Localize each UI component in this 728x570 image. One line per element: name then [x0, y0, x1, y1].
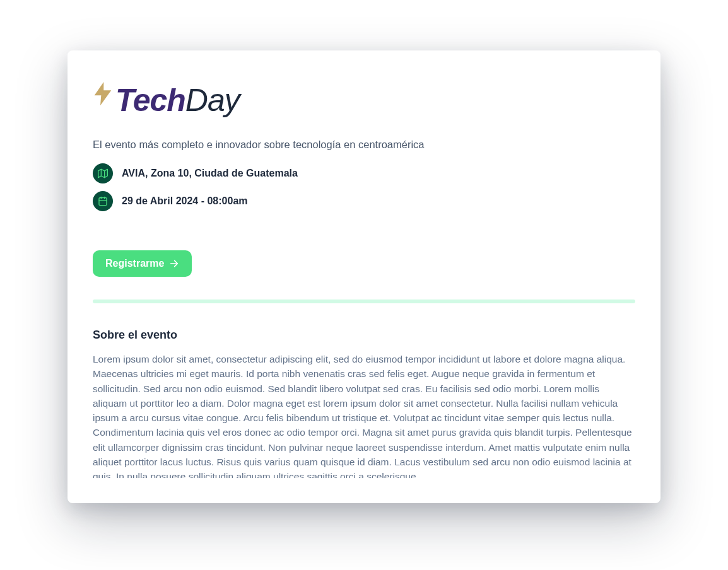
logo-day: Day	[185, 83, 240, 118]
tagline: El evento más completo e innovador sobre…	[93, 139, 635, 151]
map-icon	[93, 163, 113, 183]
logo: TechDay	[93, 82, 635, 119]
arrow-right-icon	[169, 259, 179, 269]
svg-marker-0	[98, 169, 108, 177]
about-content: Lorem ipsum dolor sit amet, consectetur …	[93, 352, 635, 478]
datetime-text: 29 de Abril 2024 - 08:00am	[122, 195, 248, 207]
logo-tech: Tech	[115, 83, 185, 118]
register-label: Registrarme	[105, 258, 164, 269]
about-paragraph: Lorem ipsum dolor sit amet, consectetur …	[93, 352, 635, 478]
location-row: AVIA, Zona 10, Ciudad de Guatemala	[93, 163, 635, 183]
divider	[93, 300, 635, 303]
about-heading: Sobre el evento	[93, 329, 635, 342]
logo-text: TechDay	[115, 82, 240, 119]
datetime-row: 29 de Abril 2024 - 08:00am	[93, 191, 635, 211]
event-card: TechDay El evento más completo e innovad…	[68, 50, 660, 503]
location-text: AVIA, Zona 10, Ciudad de Guatemala	[122, 168, 298, 179]
bolt-icon	[93, 82, 113, 106]
calendar-icon	[93, 191, 113, 211]
register-button[interactable]: Registrarme	[93, 250, 192, 277]
svg-rect-3	[99, 198, 107, 206]
